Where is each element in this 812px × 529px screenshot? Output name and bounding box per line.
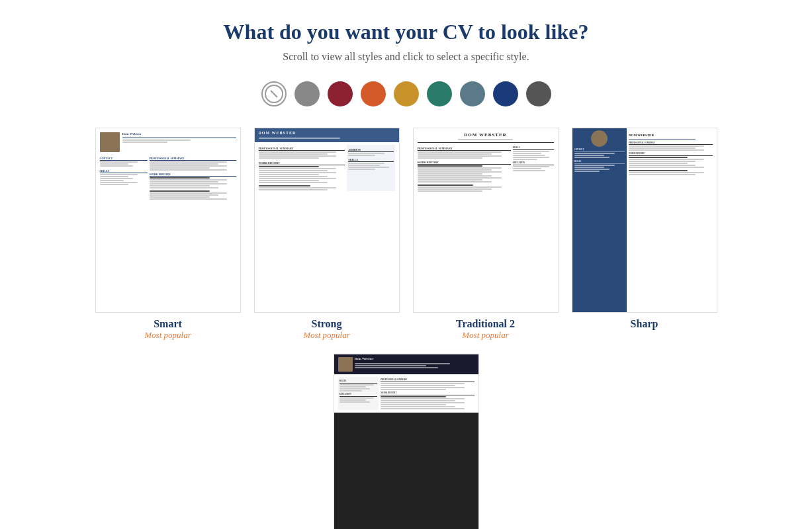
cv-preview-prominent2[interactable]: Dom Webster Skills bbox=[334, 354, 479, 529]
cv-item-strong: DOM WEBSTER Professional Summary Work Hi… bbox=[254, 128, 400, 341]
swatch-teal[interactable] bbox=[427, 81, 452, 106]
page-container: What do you want your CV to look like? S… bbox=[0, 0, 812, 529]
swatch-maroon[interactable] bbox=[328, 81, 353, 106]
cv-label-strong: Strong bbox=[312, 318, 342, 330]
cv-sublabel-strong: Most popular bbox=[303, 330, 349, 341]
swatch-orange[interactable] bbox=[361, 81, 386, 106]
cv-photo-smart bbox=[100, 132, 120, 152]
cv-label-smart: Smart bbox=[154, 318, 182, 330]
cv-photo-sharp bbox=[591, 130, 608, 147]
header: What do you want your CV to look like? S… bbox=[0, 0, 812, 69]
cv-item-traditional2: DOM WEBSTER Professional Summary Work Hi… bbox=[413, 128, 559, 341]
cv-item-smart: Dom Webster Contact Skills bbox=[95, 128, 241, 341]
swatch-charcoal[interactable] bbox=[526, 81, 551, 106]
cv-name-prominent2: Dom Webster bbox=[355, 357, 474, 362]
cv-sublabel-smart: Most popular bbox=[144, 330, 191, 341]
cv-name-traditional2: DOM WEBSTER bbox=[418, 132, 554, 138]
cv-preview-strong[interactable]: DOM WEBSTER Professional Summary Work Hi… bbox=[254, 128, 400, 313]
cv-preview-sharp[interactable]: Contact Skills DOM WEBSTER Professiona bbox=[572, 128, 717, 313]
swatch-gold[interactable] bbox=[394, 81, 419, 106]
swatch-navy[interactable] bbox=[493, 81, 518, 106]
cv-grid-row1: Dom Webster Contact Skills bbox=[0, 121, 812, 529]
cv-name-strong: DOM WEBSTER bbox=[259, 131, 395, 136]
cv-preview-traditional2[interactable]: DOM WEBSTER Professional Summary Work Hi… bbox=[413, 128, 559, 313]
cv-item-sharp: Contact Skills DOM WEBSTER Professiona bbox=[572, 128, 717, 341]
color-swatches bbox=[0, 69, 812, 121]
cv-label-sharp: Sharp bbox=[631, 318, 658, 330]
cv-photo-prominent2 bbox=[338, 357, 353, 372]
page-subtitle: Scroll to view all styles and click to s… bbox=[13, 51, 799, 63]
swatch-gray[interactable] bbox=[294, 81, 320, 106]
cv-name-sharp: DOM WEBSTER bbox=[629, 134, 713, 138]
cv-name-smart: Dom Webster bbox=[122, 132, 236, 138]
cv-sublabel-traditional2: Most popular bbox=[462, 330, 508, 341]
cv-item-prominent2: Dom Webster Skills bbox=[334, 354, 479, 529]
cv-preview-smart[interactable]: Dom Webster Contact Skills bbox=[95, 128, 241, 313]
cv-label-traditional2: Traditional 2 bbox=[456, 318, 515, 330]
page-title: What do you want your CV to look like? bbox=[13, 20, 799, 44]
swatch-slate[interactable] bbox=[460, 81, 485, 106]
swatch-white[interactable] bbox=[261, 81, 287, 106]
